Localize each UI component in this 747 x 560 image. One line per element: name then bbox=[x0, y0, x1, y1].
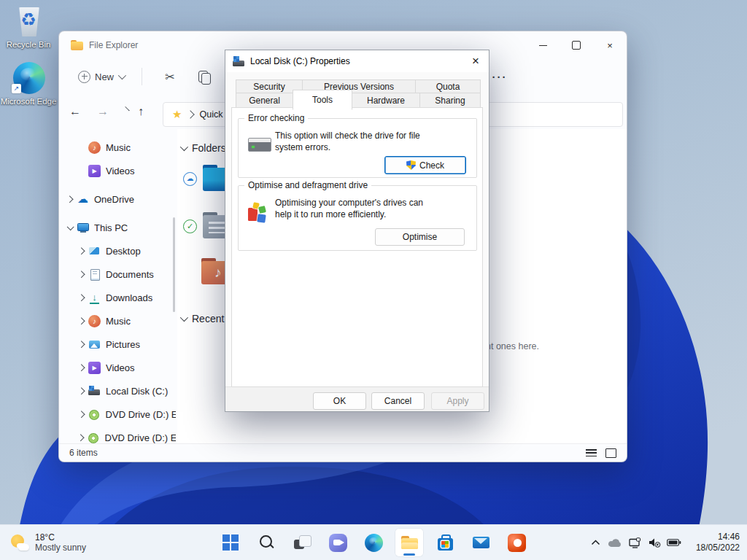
sidebar-item-desktop[interactable]: Desktop bbox=[71, 240, 176, 262]
ok-button[interactable]: OK bbox=[313, 392, 366, 410]
tab-general[interactable]: General bbox=[236, 93, 293, 109]
sidebar-item-dvd-drive-d-e[interactable]: DVD Drive (D:) E bbox=[71, 403, 176, 425]
folders-section-header: Folders bbox=[180, 142, 226, 154]
sidebar-item-local-disk-c[interactable]: Local Disk (C:) bbox=[71, 380, 176, 402]
pictures-icon bbox=[88, 338, 101, 351]
dialog-titlebar[interactable]: Local Disk (C:) Properties bbox=[225, 50, 489, 72]
optimise-group: Optimise and defragment drive Optimising… bbox=[238, 185, 477, 251]
system-tray bbox=[588, 525, 681, 560]
drive-icon bbox=[233, 56, 245, 67]
back-button[interactable] bbox=[69, 94, 81, 129]
collapse-recent-icon[interactable] bbox=[180, 314, 188, 322]
sidebar-item-videos[interactable]: Videos bbox=[71, 357, 176, 378]
tray-chevron-up-icon[interactable] bbox=[588, 535, 603, 550]
chevron-right-icon[interactable] bbox=[75, 319, 87, 324]
item-count: 6 items bbox=[69, 448, 98, 458]
taskbar-mail-button[interactable] bbox=[466, 528, 495, 557]
cancel-button[interactable]: Cancel bbox=[371, 392, 425, 410]
sidebar-item-label: Pictures bbox=[106, 339, 140, 350]
tab-hardware[interactable]: Hardware bbox=[352, 93, 420, 109]
dvd-icon bbox=[88, 408, 101, 421]
optimise-button[interactable]: Optimise bbox=[375, 228, 465, 246]
chevron-right-icon[interactable] bbox=[75, 249, 87, 254]
taskbar-clock[interactable]: 14:46 18/05/2022 bbox=[696, 525, 740, 560]
plus-circle-icon bbox=[78, 71, 90, 83]
quick-access-star-icon bbox=[172, 108, 182, 121]
recycle-glyph: ♻ bbox=[12, 9, 45, 30]
tray-cloud-icon[interactable] bbox=[608, 535, 622, 550]
sidebar-item-videos[interactable]: Videos bbox=[71, 160, 176, 182]
dialog-close-button[interactable] bbox=[467, 53, 484, 69]
taskbar-office-button[interactable] bbox=[502, 528, 531, 557]
onedrive-icon bbox=[77, 193, 89, 206]
sidebar-item-this-pc[interactable]: This PC bbox=[59, 217, 176, 238]
chevron-right-icon[interactable] bbox=[75, 435, 86, 440]
sidebar-item-onedrive[interactable]: OneDrive bbox=[59, 188, 176, 210]
close-icon: × bbox=[607, 40, 613, 51]
sidebar-item-music[interactable]: Music bbox=[71, 136, 176, 158]
new-button[interactable]: New bbox=[72, 66, 130, 88]
collapse-folders-icon[interactable] bbox=[180, 143, 188, 151]
recent-locations-button[interactable] bbox=[125, 106, 129, 111]
up-button[interactable] bbox=[138, 94, 144, 129]
thispc-icon bbox=[77, 222, 89, 234]
taskbar-search-button[interactable] bbox=[252, 528, 281, 557]
sidebar-item-pictures[interactable]: Pictures bbox=[71, 333, 176, 355]
minimize-button[interactable] bbox=[526, 31, 560, 59]
sidebar-item-downloads[interactable]: Downloads bbox=[71, 287, 176, 308]
taskbar-taskview-button[interactable] bbox=[287, 528, 317, 557]
taskbar-edge-button[interactable] bbox=[359, 528, 388, 557]
taskbar-explorer-button[interactable] bbox=[395, 528, 424, 557]
see-more-button[interactable] bbox=[485, 59, 514, 94]
check-button[interactable]: Check bbox=[384, 156, 466, 174]
sidebar-item-dvd-drive-d-es[interactable]: DVD Drive (D:) ES bbox=[71, 427, 176, 444]
chevron-right-icon[interactable] bbox=[75, 295, 87, 300]
apply-button: Apply bbox=[431, 392, 484, 410]
copy-button[interactable] bbox=[187, 69, 222, 84]
weather-condition: Mostly sunny bbox=[35, 542, 86, 553]
tray-volume-muted-icon[interactable] bbox=[647, 535, 662, 550]
sidebar-item-documents[interactable]: Documents bbox=[71, 263, 176, 285]
desktop-icon-label: Microsoft Edge bbox=[0, 97, 57, 106]
taskbar-start-button[interactable] bbox=[216, 528, 245, 557]
chevron-right-icon[interactable] bbox=[75, 272, 87, 277]
search-input[interactable] bbox=[486, 102, 623, 127]
chevron-right-icon[interactable] bbox=[75, 389, 87, 394]
forward-button[interactable] bbox=[97, 94, 109, 129]
chevron-right-icon[interactable] bbox=[75, 342, 87, 347]
taskbar-chat-button[interactable] bbox=[323, 528, 352, 557]
tray-battery-icon[interactable] bbox=[667, 535, 681, 550]
cut-button[interactable] bbox=[152, 70, 187, 84]
large-icons-view-button[interactable] bbox=[605, 448, 616, 458]
tab-quota[interactable]: Quota bbox=[415, 79, 481, 94]
tray-monitor-icon[interactable] bbox=[627, 535, 642, 550]
tab-sharing[interactable]: Sharing bbox=[419, 93, 481, 109]
tray-time: 14:46 bbox=[696, 532, 740, 542]
sidebar-item-music[interactable]: Music bbox=[71, 310, 176, 332]
sidebar-scrollbar[interactable] bbox=[173, 217, 175, 312]
sidebar-item-label: Videos bbox=[106, 166, 135, 176]
chevron-right-icon[interactable] bbox=[75, 412, 87, 417]
chevron-down-icon[interactable] bbox=[63, 225, 75, 230]
sidebar-item-label: DVD Drive (D:) ES bbox=[105, 432, 177, 443]
new-button-label: New bbox=[95, 71, 114, 82]
sidebar-item-label: Videos bbox=[106, 362, 135, 373]
music-icon bbox=[88, 315, 101, 327]
error-checking-description: This option will check the drive for fil… bbox=[275, 130, 439, 153]
check-badge-icon bbox=[183, 219, 197, 233]
desktop-icon-recycle-bin[interactable]: ♻Recycle Bin bbox=[0, 4, 57, 50]
taskbar-store-button[interactable] bbox=[430, 528, 460, 557]
taskbar: 18°C Mostly sunny 14:46 18/05/2022 bbox=[0, 524, 747, 560]
error-checking-legend: Error checking bbox=[244, 113, 308, 123]
edge-icon bbox=[365, 534, 383, 552]
close-button[interactable]: × bbox=[593, 31, 627, 59]
maximize-button[interactable] bbox=[560, 31, 593, 59]
desktop-icon-microsoft-edge[interactable]: ↗Microsoft Edge bbox=[0, 61, 57, 106]
tab-tools[interactable]: Tools bbox=[293, 90, 352, 110]
videos-icon bbox=[88, 362, 101, 374]
sidebar-item-label: This PC bbox=[94, 222, 128, 233]
weather-widget[interactable]: 18°C Mostly sunny bbox=[4, 525, 92, 560]
details-view-button[interactable] bbox=[586, 449, 597, 457]
chevron-right-icon[interactable] bbox=[63, 197, 75, 202]
chevron-right-icon[interactable] bbox=[75, 365, 87, 370]
